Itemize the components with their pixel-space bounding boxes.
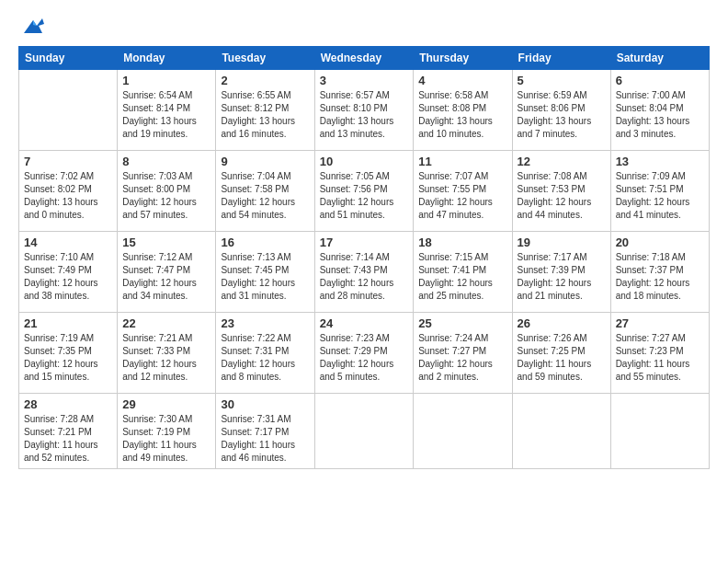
cell-content: Sunrise: 6:59 AM Sunset: 8:06 PM Dayligh… [518, 89, 606, 141]
cell-content: Sunrise: 6:58 AM Sunset: 8:08 PM Dayligh… [418, 89, 506, 141]
calendar-cell: 8Sunrise: 7:03 AM Sunset: 8:00 PM Daylig… [118, 151, 216, 232]
calendar-header-sunday: Sunday [19, 47, 118, 70]
day-number: 4 [418, 74, 506, 87]
calendar-cell [19, 70, 118, 151]
calendar-cell: 9Sunrise: 7:04 AM Sunset: 7:58 PM Daylig… [216, 151, 314, 232]
cell-content: Sunrise: 7:02 AM Sunset: 8:02 PM Dayligh… [24, 170, 112, 222]
day-number: 9 [221, 155, 309, 168]
day-number: 1 [122, 74, 210, 87]
calendar-cell: 23Sunrise: 7:22 AM Sunset: 7:31 PM Dayli… [216, 313, 314, 394]
day-number: 21 [24, 316, 112, 330]
calendar-cell: 10Sunrise: 7:05 AM Sunset: 7:56 PM Dayli… [314, 151, 414, 232]
calendar-cell: 5Sunrise: 6:59 AM Sunset: 8:06 PM Daylig… [512, 70, 610, 151]
cell-content: Sunrise: 7:05 AM Sunset: 7:56 PM Dayligh… [320, 170, 409, 222]
cell-content: Sunrise: 7:14 AM Sunset: 7:43 PM Dayligh… [320, 251, 409, 303]
cell-content: Sunrise: 7:30 AM Sunset: 7:19 PM Dayligh… [122, 413, 210, 465]
calendar-cell: 2Sunrise: 6:55 AM Sunset: 8:12 PM Daylig… [216, 70, 314, 151]
calendar-cell: 17Sunrise: 7:14 AM Sunset: 7:43 PM Dayli… [314, 232, 414, 313]
day-number: 5 [518, 74, 606, 87]
cell-content: Sunrise: 7:07 AM Sunset: 7:55 PM Dayligh… [418, 170, 506, 222]
cell-content: Sunrise: 7:24 AM Sunset: 7:27 PM Dayligh… [418, 332, 506, 384]
logo-bird-icon [20, 17, 46, 37]
day-number: 25 [418, 316, 506, 330]
calendar-cell: 14Sunrise: 7:10 AM Sunset: 7:49 PM Dayli… [19, 232, 118, 313]
calendar-cell: 27Sunrise: 7:27 AM Sunset: 7:23 PM Dayli… [610, 313, 709, 394]
cell-content: Sunrise: 7:15 AM Sunset: 7:41 PM Dayligh… [418, 251, 506, 303]
day-number: 7 [24, 155, 112, 168]
calendar-cell: 29Sunrise: 7:30 AM Sunset: 7:19 PM Dayli… [118, 394, 216, 469]
cell-content: Sunrise: 7:08 AM Sunset: 7:53 PM Dayligh… [518, 170, 606, 222]
calendar-cell: 3Sunrise: 6:57 AM Sunset: 8:10 PM Daylig… [314, 70, 414, 151]
calendar-cell [610, 394, 709, 469]
header [18, 17, 710, 37]
calendar-cell: 22Sunrise: 7:21 AM Sunset: 7:33 PM Dayli… [118, 313, 216, 394]
calendar-cell [414, 394, 512, 469]
day-number: 8 [122, 155, 210, 168]
cell-content: Sunrise: 7:18 AM Sunset: 7:37 PM Dayligh… [616, 251, 704, 303]
day-number: 24 [320, 316, 409, 330]
calendar-cell: 13Sunrise: 7:09 AM Sunset: 7:51 PM Dayli… [610, 151, 709, 232]
page: SundayMondayTuesdayWednesdayThursdayFrid… [0, 0, 728, 563]
day-number: 2 [221, 74, 309, 87]
calendar-cell: 26Sunrise: 7:26 AM Sunset: 7:25 PM Dayli… [512, 313, 610, 394]
calendar-cell: 28Sunrise: 7:28 AM Sunset: 7:21 PM Dayli… [19, 394, 118, 469]
day-number: 29 [122, 397, 210, 411]
calendar-cell: 16Sunrise: 7:13 AM Sunset: 7:45 PM Dayli… [216, 232, 314, 313]
cell-content: Sunrise: 7:19 AM Sunset: 7:35 PM Dayligh… [24, 332, 112, 384]
day-number: 3 [320, 74, 409, 87]
calendar-week-row: 21Sunrise: 7:19 AM Sunset: 7:35 PM Dayli… [19, 313, 710, 394]
cell-content: Sunrise: 7:31 AM Sunset: 7:17 PM Dayligh… [221, 413, 309, 465]
cell-content: Sunrise: 7:13 AM Sunset: 7:45 PM Dayligh… [221, 251, 309, 303]
cell-content: Sunrise: 7:00 AM Sunset: 8:04 PM Dayligh… [616, 89, 704, 141]
cell-content: Sunrise: 7:23 AM Sunset: 7:29 PM Dayligh… [320, 332, 409, 384]
day-number: 12 [518, 155, 606, 168]
cell-content: Sunrise: 6:57 AM Sunset: 8:10 PM Dayligh… [320, 89, 409, 141]
calendar-cell: 6Sunrise: 7:00 AM Sunset: 8:04 PM Daylig… [610, 70, 709, 151]
calendar-cell: 4Sunrise: 6:58 AM Sunset: 8:08 PM Daylig… [414, 70, 512, 151]
calendar-week-row: 28Sunrise: 7:28 AM Sunset: 7:21 PM Dayli… [19, 394, 710, 469]
calendar-header-saturday: Saturday [610, 47, 709, 70]
calendar-cell [314, 394, 414, 469]
day-number: 10 [320, 155, 409, 168]
day-number: 6 [616, 74, 704, 87]
day-number: 27 [616, 316, 704, 330]
day-number: 28 [24, 397, 112, 411]
calendar-table: SundayMondayTuesdayWednesdayThursdayFrid… [18, 46, 710, 469]
calendar-week-row: 14Sunrise: 7:10 AM Sunset: 7:49 PM Dayli… [19, 232, 710, 313]
day-number: 26 [518, 316, 606, 330]
calendar-header-row: SundayMondayTuesdayWednesdayThursdayFrid… [19, 47, 710, 70]
cell-content: Sunrise: 7:12 AM Sunset: 7:47 PM Dayligh… [122, 251, 210, 303]
calendar-cell: 25Sunrise: 7:24 AM Sunset: 7:27 PM Dayli… [414, 313, 512, 394]
cell-content: Sunrise: 7:22 AM Sunset: 7:31 PM Dayligh… [221, 332, 309, 384]
day-number: 13 [616, 155, 704, 168]
day-number: 30 [221, 397, 309, 411]
calendar-header-friday: Friday [512, 47, 610, 70]
cell-content: Sunrise: 6:55 AM Sunset: 8:12 PM Dayligh… [221, 89, 309, 141]
day-number: 23 [221, 316, 309, 330]
calendar-cell: 12Sunrise: 7:08 AM Sunset: 7:53 PM Dayli… [512, 151, 610, 232]
calendar-week-row: 1Sunrise: 6:54 AM Sunset: 8:14 PM Daylig… [19, 70, 710, 151]
calendar-cell: 15Sunrise: 7:12 AM Sunset: 7:47 PM Dayli… [118, 232, 216, 313]
cell-content: Sunrise: 7:28 AM Sunset: 7:21 PM Dayligh… [24, 413, 112, 465]
calendar-cell: 24Sunrise: 7:23 AM Sunset: 7:29 PM Dayli… [314, 313, 414, 394]
day-number: 18 [418, 236, 506, 249]
cell-content: Sunrise: 7:04 AM Sunset: 7:58 PM Dayligh… [221, 170, 309, 222]
cell-content: Sunrise: 7:10 AM Sunset: 7:49 PM Dayligh… [24, 251, 112, 303]
svg-marker-1 [33, 20, 37, 26]
calendar-cell: 30Sunrise: 7:31 AM Sunset: 7:17 PM Dayli… [216, 394, 314, 469]
cell-content: Sunrise: 7:27 AM Sunset: 7:23 PM Dayligh… [616, 332, 704, 384]
calendar-cell [512, 394, 610, 469]
calendar-header-tuesday: Tuesday [216, 47, 314, 70]
cell-content: Sunrise: 7:17 AM Sunset: 7:39 PM Dayligh… [518, 251, 606, 303]
cell-content: Sunrise: 7:03 AM Sunset: 8:00 PM Dayligh… [122, 170, 210, 222]
calendar-week-row: 7Sunrise: 7:02 AM Sunset: 8:02 PM Daylig… [19, 151, 710, 232]
day-number: 14 [24, 236, 112, 249]
day-number: 11 [418, 155, 506, 168]
day-number: 22 [122, 316, 210, 330]
cell-content: Sunrise: 7:09 AM Sunset: 7:51 PM Dayligh… [616, 170, 704, 222]
day-number: 17 [320, 236, 409, 249]
day-number: 20 [616, 236, 704, 249]
cell-content: Sunrise: 7:26 AM Sunset: 7:25 PM Dayligh… [518, 332, 606, 384]
calendar-cell: 7Sunrise: 7:02 AM Sunset: 8:02 PM Daylig… [19, 151, 118, 232]
calendar-cell: 21Sunrise: 7:19 AM Sunset: 7:35 PM Dayli… [19, 313, 118, 394]
